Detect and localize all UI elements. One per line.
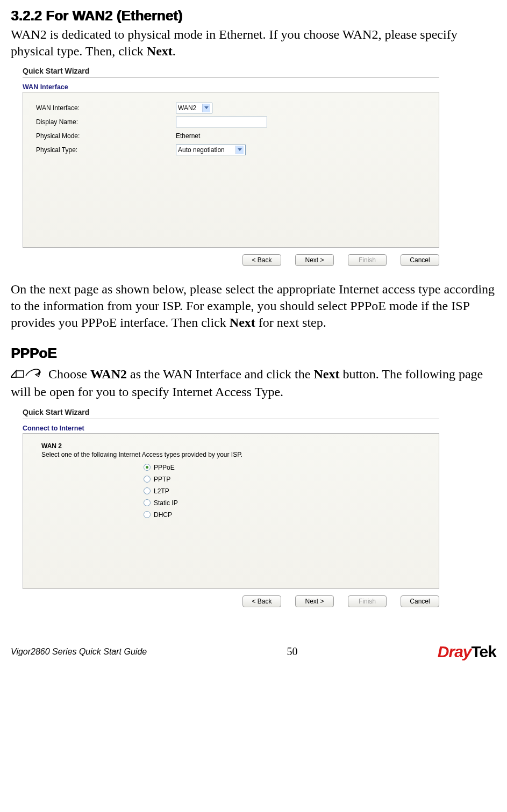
connect-to-internet-panel: WAN 2 Select one of the following Intern… <box>23 433 439 589</box>
footer-guide-name: Vigor2860 Series Quick Start Guide <box>11 647 147 657</box>
note-paragraph: Choose WAN2 as the WAN Interface and cli… <box>11 366 496 400</box>
radio-icon <box>144 476 151 483</box>
panel-description: Select one of the following Internet Acc… <box>41 451 426 458</box>
section-heading: 3.2.2 For WAN2 (Ethernet) <box>11 8 496 24</box>
intro-paragraph: WAN2 is dedicated to physical mode in Et… <box>11 26 496 59</box>
quick-start-wizard-panel: Quick Start Wizard Connect to Internet W… <box>23 408 439 607</box>
cancel-button[interactable]: Cancel <box>401 595 439 607</box>
radio-label: PPPoE <box>154 464 175 471</box>
select-value: Auto negotiation <box>178 146 225 154</box>
wizard-section-title: WAN Interface <box>23 83 439 91</box>
page-number: 50 <box>287 645 297 658</box>
finish-button: Finish <box>348 595 387 607</box>
radio-label: Static IP <box>154 499 178 507</box>
text: for next step. <box>255 315 326 329</box>
radio-pptp[interactable]: PPTP <box>144 473 426 485</box>
radio-l2tp[interactable]: L2TP <box>144 485 426 497</box>
radio-dhcp[interactable]: DHCP <box>144 509 426 521</box>
physical-type-select[interactable]: Auto negotiation <box>176 145 246 155</box>
wan-interface-select[interactable]: WAN2 <box>176 103 212 113</box>
text-bold: Next <box>147 44 173 58</box>
radio-label: PPTP <box>154 476 170 483</box>
text: as the WAN Interface and click the <box>127 367 313 381</box>
physical-mode-value: Ethernet <box>176 132 200 140</box>
wizard-button-bar: < Back Next > Finish Cancel <box>23 254 439 266</box>
divider <box>23 77 439 78</box>
wan-interface-panel: WAN Interface: WAN2 Display Name: Physic… <box>23 92 439 248</box>
radio-static-ip[interactable]: Static IP <box>144 497 426 509</box>
chevron-down-icon <box>235 146 244 154</box>
back-button[interactable]: < Back <box>242 254 281 266</box>
text-bold: WAN2 <box>90 367 127 381</box>
draytek-logo: DrayTek <box>438 643 496 661</box>
physical-mode-label: Physical Mode: <box>36 132 176 140</box>
text-bold: Next <box>313 367 339 381</box>
divider <box>23 419 439 419</box>
text: . <box>173 44 176 58</box>
chevron-down-icon <box>202 104 210 112</box>
back-button[interactable]: < Back <box>242 595 281 607</box>
next-button[interactable]: Next > <box>295 595 334 607</box>
finish-button: Finish <box>348 254 387 266</box>
wizard-button-bar: < Back Next > Finish Cancel <box>23 595 439 607</box>
select-value: WAN2 <box>178 104 196 112</box>
radio-label: DHCP <box>154 511 172 519</box>
text: WAN2 is dedicated to physical mode in Et… <box>11 27 458 58</box>
wizard-title: Quick Start Wizard <box>23 408 439 416</box>
radio-icon <box>144 511 151 518</box>
mid-paragraph: On the next page as shown below, please … <box>11 281 496 330</box>
wan2-label: WAN 2 <box>41 442 426 450</box>
access-type-radio-group: PPPoE PPTP L2TP Static IP DHCP <box>144 462 426 521</box>
pppoe-heading: PPPoE <box>11 345 496 362</box>
note-icon <box>11 367 41 384</box>
cancel-button[interactable]: Cancel <box>401 254 439 266</box>
logo-tek: Tek <box>472 643 496 660</box>
page-footer: Vigor2860 Series Quick Start Guide 50 Dr… <box>0 636 507 671</box>
display-name-input[interactable] <box>176 117 267 127</box>
logo-dray: Dray <box>438 643 472 660</box>
wizard-title: Quick Start Wizard <box>23 67 439 75</box>
text: Choose <box>48 367 90 381</box>
quick-start-wizard-panel: Quick Start Wizard WAN Interface WAN Int… <box>23 67 439 266</box>
text-bold: Next <box>230 315 255 329</box>
wizard-section-title: Connect to Internet <box>23 425 439 432</box>
physical-type-label: Physical Type: <box>36 146 176 154</box>
display-name-label: Display Name: <box>36 118 176 126</box>
radio-label: L2TP <box>154 487 169 495</box>
radio-icon <box>144 487 151 494</box>
next-button[interactable]: Next > <box>295 254 334 266</box>
radio-icon <box>144 464 151 471</box>
wan-interface-label: WAN Interface: <box>36 104 176 112</box>
radio-icon <box>144 499 151 506</box>
radio-pppoe[interactable]: PPPoE <box>144 462 426 473</box>
